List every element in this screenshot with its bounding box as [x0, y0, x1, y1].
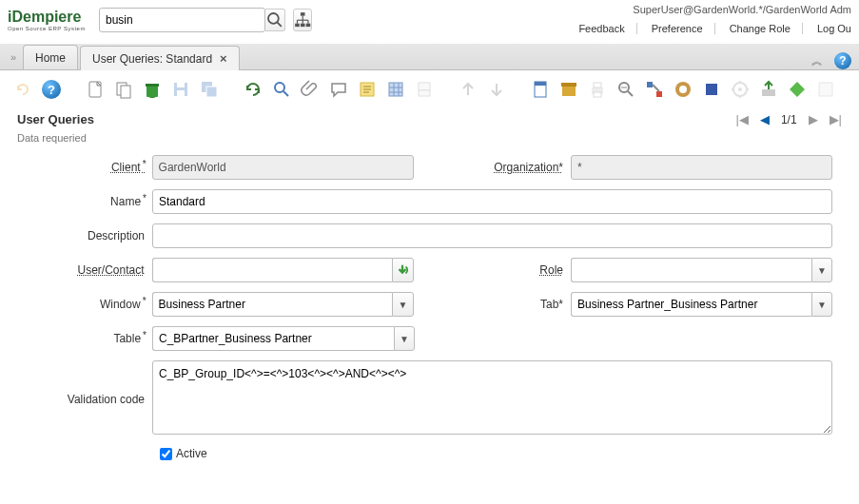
user-contact-label[interactable]: User/Contact [27, 263, 152, 277]
collapse-toolbar-icon[interactable]: ︽ [811, 53, 823, 69]
change-role-link[interactable]: Change Role [718, 23, 803, 34]
record-counter: 1/1 [781, 113, 797, 126]
svg-rect-40 [594, 92, 601, 97]
undo-icon [11, 78, 34, 101]
tab-user-queries-label: User Queries: Standard [92, 52, 212, 66]
table-label: Table* [27, 332, 152, 345]
export-icon[interactable] [757, 78, 780, 101]
svg-rect-37 [561, 83, 576, 87]
request-icon[interactable] [672, 78, 694, 101]
description-input[interactable] [152, 223, 832, 248]
svg-rect-20 [206, 87, 217, 97]
chat-icon[interactable] [327, 78, 350, 101]
process-icon [729, 78, 752, 101]
parent-record-icon [457, 78, 479, 101]
global-search-input[interactable] [99, 8, 265, 32]
svg-rect-45 [656, 91, 662, 97]
window-dropdown-icon[interactable]: ▼ [392, 292, 413, 317]
copy-record-icon[interactable] [112, 78, 135, 101]
search-button[interactable] [265, 9, 284, 31]
svg-rect-18 [177, 90, 185, 96]
save-new-icon [198, 78, 221, 101]
table-input[interactable] [152, 326, 394, 351]
note-icon[interactable] [356, 78, 379, 101]
prev-record-icon[interactable]: ◀ [760, 112, 770, 126]
detail-record-icon [485, 78, 508, 101]
svg-point-0 [268, 13, 279, 24]
validation-textarea[interactable]: C_BP_Group_ID<^>=<^>103<^><^>AND<^><^> [152, 360, 832, 435]
next-record-icon[interactable]: ▶ [809, 112, 818, 126]
svg-rect-44 [647, 82, 653, 87]
role-input[interactable] [571, 258, 811, 282]
svg-rect-14 [146, 86, 158, 97]
svg-rect-57 [819, 83, 832, 96]
tab-home-label: Home [35, 51, 66, 65]
save-record-icon [169, 78, 192, 101]
tab-home[interactable]: Home [23, 45, 78, 69]
svg-rect-3 [295, 23, 300, 26]
attachment-icon[interactable] [299, 78, 322, 101]
status-message: Data requeried [0, 130, 859, 145]
workflow-icon[interactable] [643, 78, 666, 101]
logo-subtitle: Open Source ERP System [8, 26, 95, 31]
user-contact-input[interactable] [152, 258, 393, 282]
client-field [152, 155, 414, 180]
help-icon[interactable]: ? [834, 52, 851, 69]
svg-rect-39 [594, 83, 601, 87]
name-input[interactable] [152, 189, 832, 214]
svg-rect-2 [300, 12, 304, 15]
svg-point-48 [679, 86, 687, 93]
svg-rect-4 [300, 23, 304, 26]
name-label: Name* [27, 195, 152, 208]
feedback-link[interactable]: Feedback [567, 23, 636, 34]
user-info: SuperUser@GardenWorld.*/GardenWorld Adm [567, 4, 851, 15]
organization-field [571, 155, 832, 180]
svg-line-46 [653, 85, 659, 91]
svg-point-21 [275, 83, 284, 92]
close-tab-icon[interactable]: × [220, 51, 227, 66]
logout-link[interactable]: Log Ou [806, 23, 851, 34]
grid-toggle-icon[interactable] [384, 78, 407, 101]
svg-rect-27 [389, 83, 402, 96]
customize-icon [814, 78, 837, 101]
svg-rect-13 [121, 86, 130, 98]
tree-menu-button[interactable] [293, 9, 312, 31]
product-info-icon[interactable] [700, 78, 723, 101]
help-toolbar-icon[interactable]: ? [40, 78, 63, 101]
tab-user-queries[interactable]: User Queries: Standard × [80, 46, 240, 70]
find-icon[interactable] [270, 78, 293, 101]
description-label: Description [27, 229, 152, 242]
refresh-icon[interactable] [242, 78, 264, 101]
import-icon[interactable] [786, 78, 809, 101]
active-checkbox[interactable] [160, 448, 172, 460]
window-input[interactable] [152, 292, 393, 317]
organization-label[interactable]: Organization* [489, 161, 571, 174]
tab-label: Tab* [489, 298, 571, 311]
client-label[interactable]: Client* [27, 161, 152, 174]
user-contact-lookup-icon[interactable] [392, 258, 413, 282]
role-dropdown-icon[interactable]: ▼ [811, 258, 832, 282]
last-record-icon[interactable]: ▶| [830, 112, 842, 126]
tab-dropdown-icon[interactable]: ▼ [811, 292, 832, 317]
archive-icon[interactable] [557, 78, 580, 101]
svg-rect-35 [535, 82, 546, 86]
role-label[interactable]: Role [489, 263, 571, 277]
report-icon[interactable] [529, 78, 552, 101]
svg-rect-56 [762, 89, 775, 96]
toolbar: ? [0, 70, 859, 108]
delete-record-icon[interactable] [141, 78, 164, 101]
first-record-icon[interactable]: |◀ [736, 112, 749, 126]
table-dropdown-icon[interactable]: ▼ [394, 326, 415, 351]
svg-point-51 [738, 87, 742, 91]
svg-line-42 [628, 91, 633, 96]
zoom-across-icon[interactable] [615, 78, 637, 101]
logo: iDempiere Open Source ERP System [0, 4, 95, 36]
svg-rect-17 [177, 83, 185, 87]
new-record-icon[interactable] [84, 78, 107, 101]
window-label: Window* [27, 298, 152, 311]
preference-link[interactable]: Preference [640, 23, 715, 34]
tab-input[interactable] [571, 292, 811, 317]
svg-rect-49 [706, 84, 717, 95]
sidebar-expand-toggle[interactable]: » [4, 45, 23, 69]
logo-text: iDempiere [8, 9, 95, 26]
